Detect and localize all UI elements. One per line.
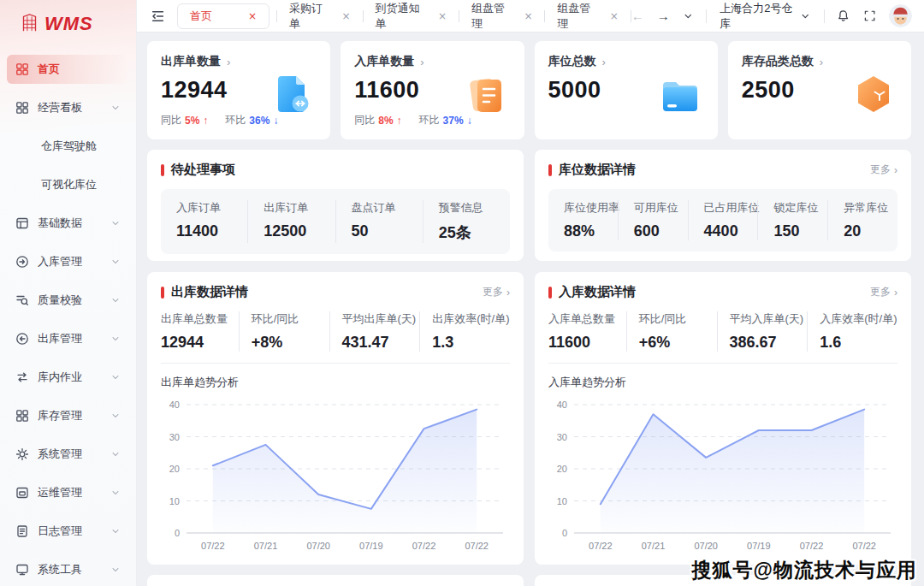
- svg-text:30: 30: [557, 432, 567, 442]
- more-link[interactable]: 更多 ›: [483, 285, 510, 299]
- close-icon[interactable]: ×: [610, 10, 619, 22]
- sidebar-item-warehouse-cockpit[interactable]: 仓库驾驶舱: [7, 132, 129, 161]
- sidebar-item-inventory-mgmt[interactable]: 库存管理: [7, 401, 129, 430]
- sidebar-item-label: 可视化库位: [41, 177, 121, 192]
- svg-text:07/22: 07/22: [201, 541, 225, 551]
- outbound-stats: 出库单总数量 12944 环比/同比 +8% 平均出库单(天) 431.47: [161, 311, 510, 364]
- tab-pallet-mgmt-1[interactable]: 组盘管理 ×: [459, 1, 545, 32]
- kanban-grid-icon: [15, 101, 29, 115]
- svg-text:40: 40: [169, 400, 180, 410]
- sidebar-item-outbound-mgmt[interactable]: 出库管理: [7, 324, 129, 353]
- chevron-down-icon: [110, 295, 121, 305]
- tab-label: 到货通知单: [376, 1, 424, 32]
- collapse-sidebar-icon[interactable]: [151, 9, 165, 24]
- sidebar-item-base-data[interactable]: 基础数据: [7, 209, 129, 238]
- sidebar-item-label: 系统管理: [38, 447, 102, 462]
- next-panels-row: [147, 575, 911, 586]
- svg-text:07/22: 07/22: [800, 541, 824, 551]
- card-title-link[interactable]: 库存品类总数 ›: [742, 54, 897, 69]
- divider: [706, 9, 707, 23]
- history-chevron-down-icon[interactable]: [683, 10, 694, 22]
- chevron-right-icon: ›: [820, 56, 823, 68]
- sidebar-item-label: 库内作业: [38, 370, 102, 385]
- wms-app: WMS 首页 经营看板 仓库驾驶舱 可视化库位 基础数据: [0, 0, 924, 586]
- sidebar-item-system-mgmt[interactable]: 系统管理: [7, 440, 129, 469]
- outbound-details-panel: 出库数据详情 更多 › 出库单总数量 12944 环比/同比: [147, 272, 524, 565]
- card-outbound-orders: 出库单数量 › 12944 同比 5% ↑ 环比 36% ↓: [147, 41, 330, 139]
- sidebar-item-ops-mgmt[interactable]: 运维管理: [7, 478, 129, 507]
- title-marker: [161, 287, 164, 299]
- forward-arrow-icon[interactable]: →: [657, 9, 670, 22]
- card-title-link[interactable]: 出库单数量 ›: [161, 54, 317, 69]
- sidebar-item-inbound-mgmt[interactable]: 入库管理: [7, 247, 129, 276]
- sidebar-item-business-board[interactable]: 经营看板: [7, 93, 129, 122]
- fullscreen-icon[interactable]: [863, 9, 876, 23]
- up-arrow-icon: ↑: [203, 115, 208, 127]
- topbar-controls: ← → 上海合力2号仓库: [631, 1, 912, 32]
- database-table-icon: [15, 216, 29, 230]
- more-link[interactable]: 更多 ›: [870, 163, 897, 177]
- svg-text:20: 20: [557, 464, 567, 474]
- close-icon[interactable]: ×: [342, 10, 351, 22]
- outbound-trend-chart: 01020304007/2207/2107/2007/1907/2207/22: [161, 394, 510, 555]
- warehouse-selector[interactable]: 上海合力2号仓库: [720, 1, 810, 32]
- chevron-down-icon: [110, 526, 121, 536]
- stat-col: 入库效率(时/单) 1.6: [807, 311, 897, 352]
- card-title: 入库单数量: [354, 54, 414, 69]
- blue-folder-icon: [656, 72, 704, 120]
- transfer-arrows-icon: [15, 370, 29, 384]
- detail-panels-row: 出库数据详情 更多 › 出库单总数量 12944 环比/同比: [147, 272, 911, 565]
- chevron-down-icon: [110, 257, 121, 267]
- chart-title: 入库单趋势分析: [548, 375, 897, 390]
- svg-text:20: 20: [169, 464, 180, 474]
- panel-head: 待处理事项: [161, 162, 510, 178]
- sidebar-item-label: 入库管理: [38, 254, 102, 269]
- tab-arrival-notices[interactable]: 到货通知单 ×: [364, 1, 459, 32]
- sidebar-item-label: 系统工具: [38, 562, 102, 577]
- tab-label: 组盘管理: [471, 1, 510, 32]
- close-icon[interactable]: ×: [524, 10, 532, 22]
- back-arrow-icon[interactable]: ←: [631, 9, 644, 22]
- close-icon[interactable]: ×: [438, 10, 447, 22]
- logo: WMS: [0, 0, 136, 48]
- sidebar-nav: 首页 经营看板 仓库驾驶舱 可视化库位 基础数据 入库管理: [0, 48, 136, 584]
- dashboard-content: 出库单数量 › 12944 同比 5% ↑ 环比 36% ↓: [137, 33, 924, 586]
- card-total-sku-types: 库存品类总数 › 2500: [728, 41, 911, 139]
- sidebar-item-label: 日志管理: [38, 524, 102, 539]
- tab-home[interactable]: 首页 ×: [177, 3, 270, 29]
- ops-panel-icon: [15, 486, 29, 500]
- stat-col: 盘点订单 50: [335, 200, 423, 243]
- chevron-down-icon: [800, 10, 811, 22]
- stat-col: 出库效率(时/单) 1.3: [419, 311, 510, 352]
- stat-col: 平均入库单(天) 386.67: [717, 311, 808, 352]
- tab-pallet-mgmt-2[interactable]: 组盘管理 ×: [545, 1, 631, 32]
- sidebar-item-label: 经营看板: [38, 100, 102, 115]
- sidebar-item-log-mgmt[interactable]: 日志管理: [7, 517, 129, 546]
- avatar[interactable]: [889, 4, 912, 27]
- sidebar-item-home[interactable]: 首页: [7, 55, 129, 84]
- stat-col: 预警信息 25条: [423, 200, 510, 243]
- chevron-right-icon: ›: [894, 287, 897, 299]
- sidebar-item-label: 库存管理: [38, 408, 102, 423]
- panel-title: 入库数据详情: [548, 284, 636, 300]
- sidebar-item-quality-check[interactable]: 质量校验: [7, 286, 129, 315]
- sidebar-item-visual-locations[interactable]: 可视化库位: [7, 170, 129, 199]
- close-icon[interactable]: ×: [248, 10, 257, 22]
- svg-text:07/19: 07/19: [747, 541, 771, 551]
- card-title: 库存品类总数: [742, 54, 814, 69]
- stat-col: 入库订单 11400: [161, 200, 247, 243]
- chevron-down-icon: [110, 449, 121, 459]
- grid-icon: [15, 62, 29, 76]
- card-title-link[interactable]: 库位总数 ›: [548, 54, 704, 69]
- sidebar-item-warehouse-ops[interactable]: 库内作业: [7, 363, 129, 392]
- sidebar-item-system-tools[interactable]: 系统工具: [7, 555, 129, 584]
- more-link[interactable]: 更多 ›: [870, 285, 897, 299]
- svg-text:10: 10: [557, 496, 567, 506]
- warehouse-name: 上海合力2号仓库: [720, 1, 795, 32]
- sidebar-item-label: 基础数据: [38, 216, 102, 231]
- tab-purchase-orders[interactable]: 采购订单 ×: [277, 1, 363, 32]
- card-title-link[interactable]: 入库单数量 ›: [354, 54, 510, 69]
- bell-icon[interactable]: [837, 9, 850, 23]
- tab-label: 首页: [190, 9, 212, 24]
- svg-text:0: 0: [562, 528, 567, 538]
